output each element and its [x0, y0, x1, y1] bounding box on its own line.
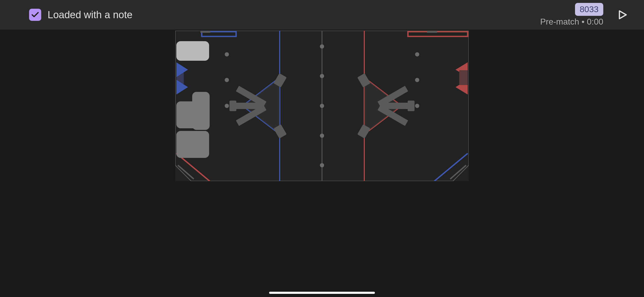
- header-bar: Loaded with a note 8033 Pre-match • 0:00: [0, 0, 644, 30]
- play-icon: [617, 9, 628, 21]
- svg-rect-3: [427, 31, 437, 33]
- svg-point-14: [225, 104, 229, 108]
- svg-point-16: [415, 78, 419, 82]
- loaded-checkbox[interactable]: [29, 9, 41, 21]
- field-svg: [175, 31, 469, 181]
- team-badge: 8033: [575, 3, 603, 16]
- start-pos-4[interactable]: [176, 131, 209, 158]
- game-field[interactable]: [175, 31, 469, 182]
- start-pos-1[interactable]: [176, 41, 209, 61]
- check-icon: [31, 10, 40, 19]
- match-timer: 0:00: [587, 17, 603, 26]
- start-pos-3[interactable]: [176, 101, 209, 128]
- svg-rect-21: [229, 101, 236, 111]
- svg-point-11: [320, 163, 324, 167]
- svg-rect-2: [200, 31, 210, 33]
- svg-point-9: [320, 104, 324, 108]
- header-left: Loaded with a note: [29, 9, 132, 21]
- home-indicator[interactable]: [269, 292, 375, 294]
- svg-point-13: [225, 78, 229, 82]
- svg-point-7: [320, 44, 324, 49]
- svg-rect-35: [459, 70, 468, 85]
- svg-point-17: [415, 104, 419, 108]
- match-phase: Pre-match: [540, 17, 579, 26]
- header-right: 8033 Pre-match • 0:00: [540, 3, 628, 27]
- svg-point-8: [320, 74, 324, 78]
- header-info: 8033 Pre-match • 0:00: [540, 3, 603, 27]
- play-button[interactable]: [617, 9, 628, 21]
- svg-marker-0: [619, 11, 626, 18]
- match-status: Pre-match • 0:00: [540, 17, 603, 27]
- field-container: [0, 30, 644, 182]
- svg-point-12: [225, 52, 229, 56]
- svg-rect-27: [408, 101, 415, 111]
- status-label: Loaded with a note: [48, 9, 132, 21]
- svg-point-15: [415, 52, 419, 56]
- svg-point-10: [320, 134, 324, 138]
